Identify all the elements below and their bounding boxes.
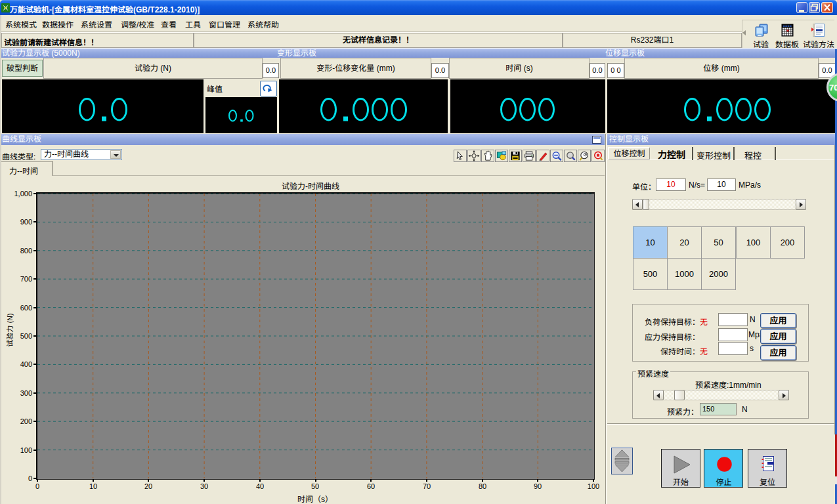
svg-text:70: 70 (829, 83, 837, 93)
